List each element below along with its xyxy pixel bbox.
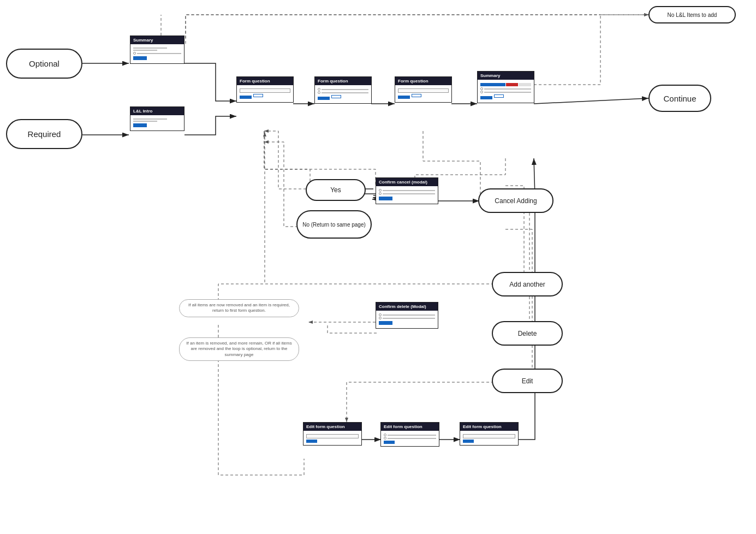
form-q1-header: Form question bbox=[237, 77, 293, 85]
annotation-1-text: If all items are now removed and an item… bbox=[188, 302, 290, 313]
optional-label: Optional bbox=[29, 59, 59, 68]
form-q2-card: Form question bbox=[314, 76, 372, 104]
confirm-cancel-header: Confirm cancel (modal) bbox=[376, 178, 438, 186]
radio-line bbox=[318, 91, 368, 94]
annotation-2-text: If an item is removed, and more remain, … bbox=[186, 341, 291, 357]
btn-outline bbox=[253, 94, 263, 97]
delete-pill: Delete bbox=[492, 321, 563, 346]
radio-line bbox=[379, 313, 435, 316]
card-line bbox=[133, 118, 167, 120]
input-line bbox=[306, 434, 359, 438]
no-ll-items-pill: No L&L Items to add bbox=[648, 6, 736, 23]
radio-line bbox=[480, 87, 531, 90]
confirm-cancel-modal: Confirm cancel (modal) bbox=[376, 177, 438, 204]
card-btn-blue bbox=[133, 56, 147, 60]
btn-blue bbox=[379, 321, 392, 325]
required-pill: Required bbox=[6, 119, 82, 149]
add-another-label: Add another bbox=[509, 281, 545, 288]
edit-q3-card: Edit form question bbox=[460, 422, 519, 446]
ll-intro-header: L&L Intro bbox=[130, 107, 184, 115]
btn-outline bbox=[331, 95, 341, 98]
no-ll-items-label: No L&L Items to add bbox=[668, 12, 717, 18]
btn-blue-small bbox=[384, 441, 395, 444]
card-line bbox=[133, 48, 167, 49]
cancel-adding-label: Cancel Adding bbox=[495, 197, 537, 205]
btn-blue-small bbox=[306, 440, 317, 443]
confirm-delete-modal: Confirm delete (Modal) bbox=[376, 302, 438, 329]
btn-outline bbox=[494, 94, 504, 98]
btn-blue bbox=[240, 96, 252, 99]
radio-line bbox=[379, 317, 435, 319]
continue-pill[interactable]: Continue bbox=[648, 85, 711, 112]
summary-card-2: Summary bbox=[477, 71, 534, 103]
radio-line bbox=[480, 91, 531, 93]
radio-line bbox=[379, 189, 435, 192]
edit-q1-card: Edit form question bbox=[303, 422, 362, 446]
btn-blue bbox=[379, 197, 392, 200]
radio-line bbox=[133, 52, 181, 55]
form-q1-card: Form question bbox=[236, 76, 294, 103]
input-line bbox=[398, 88, 449, 93]
no-label: No (Return to same page) bbox=[302, 221, 366, 228]
ll-intro-card: L&L Intro bbox=[130, 106, 184, 131]
add-another-pill: Add another bbox=[492, 272, 563, 296]
yes-label: Yes bbox=[330, 186, 341, 194]
svg-line-8 bbox=[534, 98, 648, 104]
btn-blue bbox=[398, 96, 410, 99]
cancel-adding-pill: Cancel Adding bbox=[478, 188, 553, 213]
required-label: Required bbox=[28, 129, 61, 139]
annotation-1: If all items are now removed and an item… bbox=[179, 299, 299, 317]
card-line bbox=[133, 121, 157, 122]
form-q3-card: Form question bbox=[395, 76, 452, 103]
delete-label: Delete bbox=[518, 330, 537, 337]
no-pill: No (Return to same page) bbox=[296, 210, 372, 239]
radio-line bbox=[379, 192, 435, 195]
confirm-delete-header: Confirm delete (Modal) bbox=[376, 302, 438, 311]
optional-pill: Optional bbox=[6, 49, 82, 79]
btn-blue bbox=[480, 96, 492, 99]
continue-label: Continue bbox=[663, 94, 696, 103]
input-line bbox=[240, 88, 290, 93]
edit-pill: Edit bbox=[492, 369, 563, 393]
form-q2-header: Form question bbox=[315, 77, 371, 85]
summary-bar bbox=[480, 83, 531, 86]
btn-outline bbox=[412, 94, 421, 97]
radio-line bbox=[384, 437, 436, 440]
input-line bbox=[463, 434, 515, 438]
radio-line bbox=[384, 434, 436, 436]
annotation-2: If an item is removed, and more remain, … bbox=[179, 337, 299, 361]
card-line-short bbox=[133, 50, 157, 51]
summary-card-2-header: Summary bbox=[478, 72, 534, 80]
summary-card-1-header: Summary bbox=[130, 36, 184, 44]
radio-line bbox=[318, 88, 368, 91]
btn-blue bbox=[318, 97, 330, 100]
edit-label: Edit bbox=[522, 377, 533, 385]
edit-q2-header: Edit form question bbox=[381, 423, 439, 431]
card-btn-blue bbox=[133, 123, 147, 127]
edit-q1-header: Edit form question bbox=[303, 423, 361, 431]
edit-q3-header: Edit form question bbox=[460, 423, 518, 431]
summary-card-1: Summary bbox=[130, 35, 184, 64]
btn-blue-small bbox=[463, 440, 474, 443]
edit-q2-card: Edit form question bbox=[380, 422, 439, 447]
form-q3-header: Form question bbox=[395, 77, 451, 85]
yes-pill: Yes bbox=[306, 179, 366, 201]
